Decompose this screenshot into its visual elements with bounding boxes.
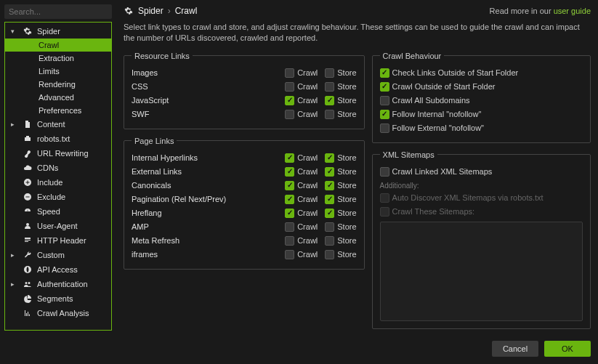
option-checkbox[interactable]: Crawl Linked XML Sitemaps bbox=[380, 167, 493, 177]
option-row: Crawl All Subdomains bbox=[380, 94, 583, 108]
option-checkbox: Crawl These Sitemaps: bbox=[380, 207, 475, 217]
crawl-checkbox[interactable]: Crawl bbox=[285, 195, 318, 204]
option-label: JavaScript bbox=[132, 96, 169, 105]
sidebar-item-limits[interactable]: Limits bbox=[5, 65, 111, 78]
sidebar-item-preferences[interactable]: Preferences bbox=[5, 104, 111, 117]
option-row: JavaScriptCrawlStore bbox=[132, 94, 357, 108]
sidebar-item-label: Preferences bbox=[39, 106, 81, 115]
option-label: CSS bbox=[132, 82, 148, 91]
cancel-button[interactable]: Cancel bbox=[492, 341, 538, 357]
crawl-checkbox[interactable]: Crawl bbox=[285, 96, 318, 105]
sidebar-item-authentication[interactable]: ▸Authentication bbox=[5, 277, 111, 291]
sidebar-item-exclude[interactable]: Exclude bbox=[5, 190, 111, 204]
option-label: Hreflang bbox=[132, 209, 162, 217]
crawl-checkbox[interactable]: Crawl bbox=[285, 236, 318, 246]
sidebar-item-user-agent[interactable]: User-Agent bbox=[5, 219, 111, 233]
sidebar-item-label: HTTP Header bbox=[37, 236, 86, 245]
sidebar-item-content[interactable]: ▸Content bbox=[5, 117, 111, 132]
option-row: Meta RefreshCrawlStore bbox=[132, 234, 357, 248]
sidebar-item-http-header[interactable]: HTTP Header bbox=[5, 233, 111, 248]
user-icon bbox=[23, 221, 33, 231]
store-checkbox[interactable]: Store bbox=[325, 236, 356, 246]
sidebar-item-label: Crawl bbox=[39, 41, 59, 49]
sidebar-item-crawl[interactable]: Crawl bbox=[5, 39, 111, 52]
store-checkbox[interactable]: Store bbox=[325, 167, 356, 177]
store-checkbox[interactable]: Store bbox=[325, 68, 356, 78]
store-checkbox[interactable]: Store bbox=[325, 153, 356, 163]
option-row: SWFCrawlStore bbox=[132, 108, 357, 121]
sidebar-item-cdns[interactable]: CDNs bbox=[5, 161, 111, 175]
link-icon bbox=[23, 148, 33, 158]
sidebar-item-label: Advanced bbox=[39, 93, 74, 102]
option-row: Follow Internal "nofollow" bbox=[380, 108, 583, 121]
crawl-checkbox[interactable]: Crawl bbox=[285, 167, 318, 177]
robot-icon bbox=[23, 134, 33, 144]
breadcrumb: Spider › Crawl bbox=[124, 6, 197, 16]
option-label: iframes bbox=[132, 250, 158, 259]
sidebar-item-spider[interactable]: ▾Spider bbox=[5, 24, 111, 39]
option-label: External Links bbox=[132, 167, 182, 176]
sidebar-item-segments[interactable]: Segments bbox=[5, 291, 111, 306]
option-checkbox[interactable]: Crawl Outside of Start Folder bbox=[380, 82, 496, 92]
option-checkbox[interactable]: Check Links Outside of Start Folder bbox=[380, 68, 519, 78]
crawl-checkbox[interactable]: Crawl bbox=[285, 68, 318, 78]
store-checkbox[interactable]: Store bbox=[325, 209, 356, 218]
user-guide-link[interactable]: user guide bbox=[554, 7, 591, 15]
page-description: Select link types to crawl and store, an… bbox=[124, 20, 591, 52]
store-checkbox[interactable]: Store bbox=[325, 195, 356, 204]
store-checkbox[interactable]: Store bbox=[325, 181, 356, 190]
crawl-checkbox[interactable]: Crawl bbox=[285, 153, 318, 163]
sidebar-item-label: Crawl Analysis bbox=[37, 309, 89, 318]
store-checkbox[interactable]: Store bbox=[325, 110, 356, 119]
sidebar-item-extraction[interactable]: Extraction bbox=[5, 52, 111, 65]
option-row: AMPCrawlStore bbox=[132, 220, 357, 234]
users-icon bbox=[23, 279, 33, 289]
store-checkbox[interactable]: Store bbox=[325, 250, 356, 259]
sidebar-item-label: Limits bbox=[39, 67, 60, 76]
option-checkbox[interactable]: Follow Internal "nofollow" bbox=[380, 110, 482, 119]
store-checkbox[interactable]: Store bbox=[325, 96, 356, 105]
group-legend: XML Sitemaps bbox=[380, 150, 437, 159]
pie-icon bbox=[23, 294, 33, 304]
sidebar-item-speed[interactable]: Speed bbox=[5, 204, 111, 219]
sidebar-item-label: CDNs bbox=[37, 163, 58, 172]
sidebar-item-label: Exclude bbox=[37, 193, 65, 201]
option-row: ImagesCrawlStore bbox=[132, 66, 357, 80]
sidebar-item-label: Segments bbox=[37, 294, 73, 303]
resource-links-group: Resource Links ImagesCrawlStoreCSSCrawlS… bbox=[124, 52, 365, 129]
crawl-checkbox[interactable]: Crawl bbox=[285, 82, 318, 92]
option-checkbox: Auto Discover XML Sitemaps via robots.tx… bbox=[380, 193, 544, 203]
sidebar-item-crawl-analysis[interactable]: Crawl Analysis bbox=[5, 306, 111, 320]
sidebar-item-include[interactable]: Include bbox=[5, 175, 111, 190]
group-legend: Page Links bbox=[132, 137, 177, 145]
crawl-checkbox[interactable]: Crawl bbox=[285, 181, 318, 190]
sidebar-item-label: Speed bbox=[37, 207, 60, 216]
sidebar-item-rendering[interactable]: Rendering bbox=[5, 78, 111, 91]
sidebar-item-advanced[interactable]: Advanced bbox=[5, 91, 111, 104]
option-checkbox[interactable]: Crawl All Subdomains bbox=[380, 96, 470, 105]
sitemap-list-box[interactable] bbox=[380, 222, 583, 321]
crawl-checkbox[interactable]: Crawl bbox=[285, 250, 318, 259]
store-checkbox[interactable]: Store bbox=[325, 222, 356, 232]
search-input[interactable] bbox=[4, 4, 112, 19]
group-legend: Resource Links bbox=[132, 52, 193, 60]
crawl-checkbox[interactable]: Crawl bbox=[285, 209, 318, 218]
settings-tree: ▾SpiderCrawlExtractionLimitsRenderingAdv… bbox=[4, 22, 112, 331]
sidebar-item-url-rewriting[interactable]: URL Rewriting bbox=[5, 146, 111, 161]
breadcrumb-2: Crawl bbox=[175, 6, 198, 16]
minus-icon bbox=[23, 192, 33, 202]
option-checkbox[interactable]: Follow External "nofollow" bbox=[380, 124, 484, 133]
crawl-checkbox[interactable]: Crawl bbox=[285, 222, 318, 232]
sidebar-item-label: URL Rewriting bbox=[37, 149, 89, 158]
cloud-icon bbox=[23, 163, 33, 173]
ok-button[interactable]: OK bbox=[544, 341, 591, 357]
sidebar-item-robots-txt[interactable]: robots.txt bbox=[5, 132, 111, 146]
crawl-checkbox[interactable]: Crawl bbox=[285, 110, 318, 119]
gauge-icon bbox=[23, 206, 33, 217]
sidebar-item-api-access[interactable]: API Access bbox=[5, 262, 111, 277]
gear-icon bbox=[23, 26, 33, 36]
sidebar-item-custom[interactable]: ▸Custom bbox=[5, 248, 111, 262]
store-checkbox[interactable]: Store bbox=[325, 82, 356, 92]
breadcrumb-sep: › bbox=[168, 6, 171, 16]
option-label: Internal Hyperlinks bbox=[132, 153, 198, 162]
